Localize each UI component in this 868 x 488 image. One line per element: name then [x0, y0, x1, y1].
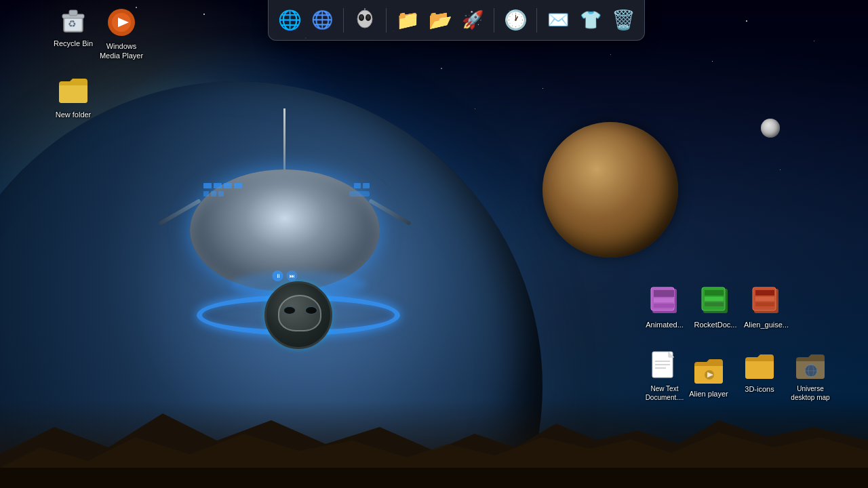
new-text-doc-img	[648, 349, 681, 382]
new-folder-label: New folder	[54, 109, 94, 120]
moon	[761, 119, 780, 138]
taskbar-network-button[interactable]: 🌐	[308, 6, 336, 35]
svg-text:♻: ♻	[68, 18, 77, 29]
alien-player-img	[692, 354, 725, 386]
alien-eye-right	[305, 306, 317, 314]
recycle-bin-img: ♻	[57, 3, 90, 36]
alien-guise-label: Alien_guise...	[742, 319, 791, 330]
svg-rect-18	[654, 290, 674, 297]
spacecraft-widget: ⏸ ⏭	[176, 88, 393, 373]
planet-small	[542, 122, 678, 258]
taskbar-divider-2	[386, 8, 387, 33]
alien-player-icon[interactable]: Alien player	[682, 354, 736, 399]
spacecraft-disc: ⏸ ⏭	[190, 169, 380, 291]
new-folder-img	[57, 75, 90, 107]
taskbar-open-folder-button[interactable]: 📂	[426, 6, 454, 35]
svg-rect-25	[705, 302, 724, 306]
alien-eye-left	[283, 306, 296, 314]
taskbar-alien-button[interactable]	[351, 6, 379, 35]
recycle-bin-label: Recycle Bin	[52, 38, 95, 49]
spacecraft-antenna	[283, 108, 285, 176]
3d-icons-icon[interactable]: 3D-icons	[732, 349, 787, 394]
rocketdoc-label: RocketDoc...	[692, 319, 739, 330]
svg-rect-29	[755, 297, 774, 301]
universe-desktop-map-icon[interactable]: Universedesktop map	[783, 349, 837, 403]
new-folder-icon[interactable]: New folder	[46, 75, 100, 120]
taskbar-rocket-button[interactable]: 🚀	[458, 6, 487, 35]
alien-eyes	[283, 306, 317, 314]
taskbar-ie-button[interactable]: 🌐	[275, 6, 304, 35]
taskbar-clock-button[interactable]: 🕐	[501, 6, 530, 35]
taskbar-shirt-button[interactable]: 👕	[576, 6, 605, 35]
taskbar-mail-button[interactable]: ✉️	[544, 6, 572, 35]
svg-point-5	[360, 15, 363, 19]
alien-guise-img	[750, 285, 783, 317]
animated-icon[interactable]: Animated...	[637, 285, 692, 330]
taskbar-folder-button[interactable]: 📁	[393, 6, 422, 35]
3d-icons-img	[743, 349, 776, 382]
alien-player-label: Alien player	[687, 388, 730, 399]
alien-head	[278, 291, 319, 339]
taskbar-bottom	[0, 468, 868, 488]
svg-rect-19	[654, 298, 674, 302]
svg-rect-30	[755, 302, 774, 306]
rocketdoc-img	[699, 285, 732, 317]
animated-img	[648, 285, 681, 317]
svg-rect-23	[705, 290, 724, 296]
recycle-bin-icon[interactable]: ♻ Recycle Bin	[46, 3, 100, 49]
3d-icons-label: 3D-icons	[743, 384, 776, 394]
rocketdoc-icon[interactable]: RocketDoc...	[688, 285, 743, 330]
svg-rect-20	[654, 304, 674, 308]
svg-rect-11	[69, 10, 77, 16]
wmp-img	[105, 6, 138, 39]
universe-desktop-map-img	[794, 349, 827, 382]
wmp-label: WindowsMedia Player	[98, 41, 145, 62]
svg-rect-28	[755, 290, 774, 296]
alien-guise-icon[interactable]: Alien_guise...	[739, 285, 793, 330]
taskbar-divider-1	[343, 8, 344, 33]
taskbar-divider-3	[494, 8, 494, 33]
taskbar: 🌐 🌐 📁 📂 🚀 🕐 ✉️ 👕 🗑️	[268, 0, 645, 41]
svg-point-6	[367, 15, 370, 19]
new-text-doc-label: New TextDocument....	[644, 384, 686, 403]
taskbar-divider-4	[536, 8, 537, 33]
spacecraft-sphere	[264, 281, 332, 349]
taskbar-trash-button[interactable]: 🗑️	[609, 6, 637, 35]
svg-rect-24	[705, 297, 724, 301]
animated-label: Animated...	[644, 319, 686, 330]
universe-desktop-map-label: Universedesktop map	[789, 384, 831, 403]
windows-media-player-icon[interactable]: WindowsMedia Player	[97, 6, 146, 62]
